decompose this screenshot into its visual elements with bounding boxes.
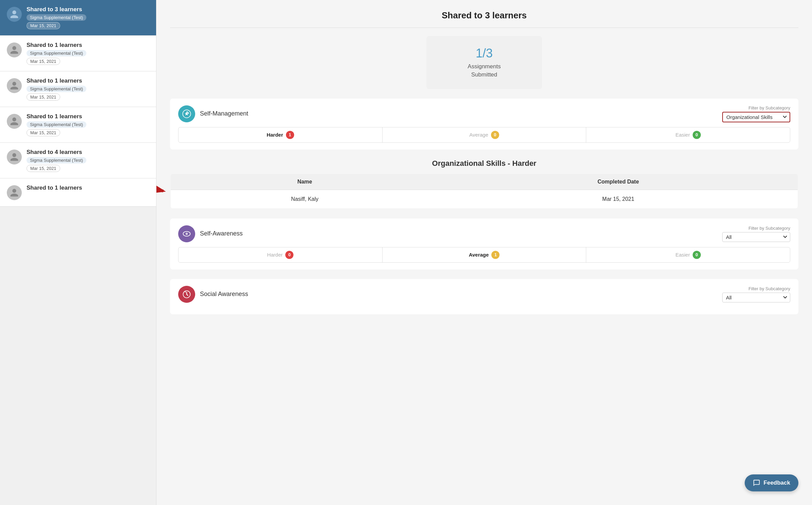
filter-select[interactable]: AllSelf-ReflectionEmotional Awareness — [722, 232, 790, 242]
skill-name: Self-Management — [200, 110, 248, 117]
filter-select[interactable]: AllOrganizational SkillsTime Management — [722, 112, 790, 122]
sidebar-item-content: Shared to 1 learnersSigma Supplemental (… — [27, 42, 86, 65]
diff-tab-badge: 0 — [693, 251, 701, 259]
skill-header-left: Self-Management — [178, 105, 248, 122]
sidebar-item-date: Mar 15, 2021 — [27, 58, 60, 65]
skill-icon-social-awareness — [178, 286, 195, 303]
learner-name: Nasiff, Kaly — [170, 190, 439, 209]
diff-tab-label: Harder — [267, 132, 283, 138]
skill-name: Social Awareness — [200, 291, 248, 298]
filter-label: Filter by Subcategory — [748, 226, 790, 231]
skill-header: Self-AwarenessFilter by SubcategoryAllSe… — [178, 225, 790, 242]
skill-header-left: Self-Awareness — [178, 225, 243, 242]
sidebar-item-badge: Sigma Supplemental (Test) — [27, 86, 86, 92]
table-header: Name — [170, 174, 439, 190]
sidebar-item-title: Shared to 4 learners — [27, 149, 86, 156]
page-title: Shared to 3 learners — [170, 10, 798, 21]
skill-section-self-management: Self-ManagementFilter by SubcategoryAllO… — [170, 99, 798, 150]
filter-label: Filter by Subcategory — [748, 286, 790, 291]
skill-name: Self-Awareness — [200, 230, 243, 237]
sidebar-item-content: Shared to 1 learners — [27, 185, 82, 191]
learner-table: NameCompleted DateNasiff, KalyMar 15, 20… — [170, 173, 798, 209]
sidebar-item-date: Mar 15, 2021 — [27, 22, 60, 29]
diff-tab-average[interactable]: Average1 — [383, 247, 587, 262]
diff-tab-harder[interactable]: Harder0 — [179, 247, 383, 262]
skill-filter: Filter by SubcategoryAllSelf-ReflectionE… — [722, 226, 790, 242]
diff-tab-label: Harder — [267, 252, 283, 258]
sidebar-item-title: Shared to 1 learners — [27, 185, 82, 191]
filter-select[interactable]: All — [722, 293, 790, 302]
diff-tab-badge: 0 — [285, 251, 293, 259]
diff-tab-harder[interactable]: Harder1 — [179, 127, 383, 142]
sidebar-item-1[interactable]: Shared to 3 learnersSigma Supplemental (… — [0, 0, 156, 36]
red-arrow — [156, 181, 167, 201]
feedback-label: Feedback — [764, 480, 790, 486]
skills-container: Self-ManagementFilter by SubcategoryAllO… — [170, 99, 798, 314]
sidebar-item-2[interactable]: Shared to 1 learnersSigma Supplemental (… — [0, 36, 156, 71]
diff-tab-label: Average — [469, 132, 488, 138]
avatar — [7, 150, 22, 164]
skill-filter: Filter by SubcategoryAll — [722, 286, 790, 302]
sidebar-item-title: Shared to 1 learners — [27, 42, 86, 49]
diff-tab-badge: 1 — [286, 131, 294, 139]
skill-header: Social AwarenessFilter by SubcategoryAll — [178, 286, 790, 303]
skill-section-social-awareness: Social AwarenessFilter by SubcategoryAll — [170, 279, 798, 314]
svg-point-4 — [186, 233, 187, 234]
sidebar-item-title: Shared to 1 learners — [27, 113, 86, 120]
table-header: Completed Date — [439, 174, 798, 190]
sidebar-item-date: Mar 15, 2021 — [27, 165, 60, 172]
sidebar-item-date: Mar 15, 2021 — [27, 93, 60, 101]
sidebar-item-title: Shared to 1 learners — [27, 77, 86, 84]
assignments-fraction: 1/3 — [433, 46, 535, 60]
diff-tab-label: Average — [469, 252, 489, 258]
avatar — [7, 42, 22, 57]
difficulty-tabs: Harder1Average0Easier0 — [178, 127, 790, 143]
avatar — [7, 78, 22, 93]
avatar — [7, 114, 22, 129]
diff-tab-label: Easier — [675, 132, 690, 138]
skill-header-left: Social Awareness — [178, 286, 248, 303]
difficulty-tabs: Harder0Average1Easier0 — [178, 247, 790, 263]
avatar — [7, 185, 22, 200]
sidebar-item-content: Shared to 1 learnersSigma Supplemental (… — [27, 113, 86, 136]
sidebar-item-content: Shared to 4 learnersSigma Supplemental (… — [27, 149, 86, 172]
diff-tab-easier[interactable]: Easier0 — [586, 127, 790, 142]
sidebar-item-badge: Sigma Supplemental (Test) — [27, 50, 86, 56]
sidebar-item-badge: Sigma Supplemental (Test) — [27, 121, 86, 128]
sidebar-item-title: Shared to 3 learners — [27, 6, 86, 13]
skill-filter: Filter by SubcategoryAllOrganizational S… — [722, 105, 790, 122]
diff-tab-easier[interactable]: Easier0 — [586, 247, 790, 262]
sidebar-item-content: Shared to 3 learnersSigma Supplemental (… — [27, 6, 86, 29]
diff-tab-badge: 0 — [693, 131, 701, 139]
sidebar-item-4[interactable]: Shared to 1 learnersSigma Supplemental (… — [0, 107, 156, 143]
sidebar-item-badge: Sigma Supplemental (Test) — [27, 157, 86, 163]
skill-header: Self-ManagementFilter by SubcategoryAllO… — [178, 105, 790, 122]
sidebar-item-content: Shared to 1 learnersSigma Supplemental (… — [27, 77, 86, 101]
main-content: Shared to 3 learners 1/3 AssignmentsSubm… — [156, 0, 812, 505]
feedback-icon — [753, 479, 760, 487]
assignments-box: 1/3 AssignmentsSubmitted — [426, 36, 542, 89]
sidebar-item-date: Mar 15, 2021 — [27, 129, 60, 136]
diff-tab-label: Easier — [675, 252, 690, 258]
diff-tab-badge: 1 — [491, 251, 500, 259]
avatar — [7, 7, 22, 22]
sidebar: Shared to 3 learnersSigma Supplemental (… — [0, 0, 156, 505]
skill-section-self-awareness: Self-AwarenessFilter by SubcategoryAllSe… — [170, 219, 798, 269]
table-row: Nasiff, KalyMar 15, 2021 — [170, 190, 798, 209]
assignments-label: AssignmentsSubmitted — [433, 63, 535, 79]
sidebar-item-badge: Sigma Supplemental (Test) — [27, 14, 86, 21]
table-wrapper: NameCompleted DateNasiff, KalyMar 15, 20… — [170, 173, 798, 209]
sidebar-item-6[interactable]: Shared to 1 learners — [0, 178, 156, 207]
skill-icon-self-management — [178, 105, 195, 122]
completed-date: Mar 15, 2021 — [439, 190, 798, 209]
skill-icon-self-awareness — [178, 225, 195, 242]
filter-label: Filter by Subcategory — [748, 105, 790, 110]
feedback-button[interactable]: Feedback — [745, 474, 798, 491]
title-divider — [170, 28, 798, 28]
sidebar-item-3[interactable]: Shared to 1 learnersSigma Supplemental (… — [0, 71, 156, 107]
diff-tab-average[interactable]: Average0 — [383, 127, 587, 142]
org-skills-harder-title: Organizational Skills - Harder — [170, 159, 798, 168]
diff-tab-badge: 0 — [491, 131, 499, 139]
sidebar-item-5[interactable]: Shared to 4 learnersSigma Supplemental (… — [0, 143, 156, 178]
